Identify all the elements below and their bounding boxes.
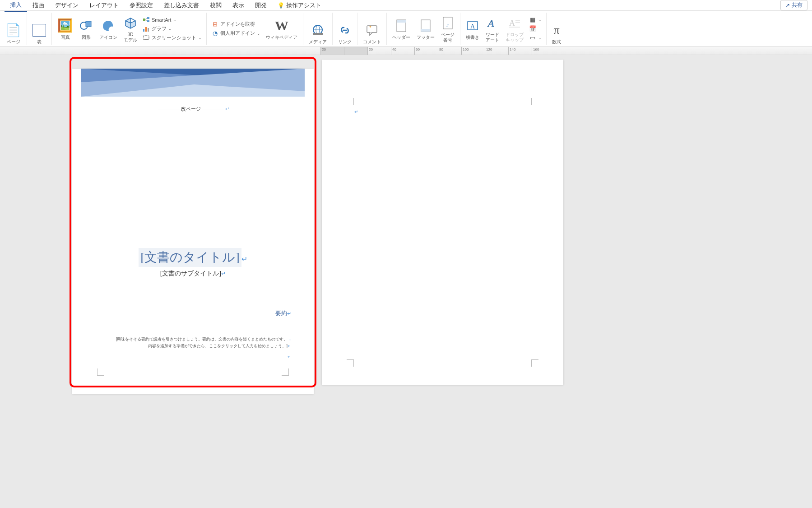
table-button[interactable]: 表: [31, 22, 48, 45]
svg-rect-9: [144, 39, 148, 40]
object-button[interactable]: ▭⌄: [528, 34, 543, 42]
paragraph-mark-icon: ↵: [288, 354, 291, 359]
cursor-position-icon: ↵: [354, 109, 358, 114]
tab-draw[interactable]: 描画: [27, 0, 50, 11]
page-break-label: 改ページ: [181, 106, 201, 112]
chevron-down-icon: ⌄: [168, 27, 172, 31]
tab-layout[interactable]: レイアウト: [84, 0, 124, 11]
page-number-button[interactable]: # ページ 番号: [439, 15, 456, 43]
chart-button[interactable]: グラフ ⌄: [142, 25, 203, 33]
paragraph-mark-icon: ↵: [241, 255, 247, 263]
chart-label: グラフ: [152, 25, 167, 32]
document-page-2[interactable]: ↵: [322, 60, 563, 385]
icons-button[interactable]: アイコン: [97, 18, 119, 40]
margin-guide-icon: [97, 368, 104, 376]
media-button[interactable]: メディア: [307, 22, 329, 45]
smartart-label: SmartArt: [152, 17, 171, 23]
wordart-icon: A: [486, 15, 499, 31]
svg-rect-4: [147, 20, 149, 22]
media-icon: [311, 22, 325, 38]
page-number-icon: #: [442, 15, 454, 31]
header-icon: [395, 18, 407, 34]
text-box-icon: A: [466, 18, 479, 34]
ribbon-toolbar: 📄 ページ 表 🖼️ 写真 図形 アイコ: [0, 11, 812, 47]
chevron-down-icon: ⌄: [198, 36, 202, 40]
margin-guide-icon: [347, 359, 354, 367]
share-button[interactable]: ↗ 共有: [780, 0, 807, 10]
pictures-button[interactable]: 🖼️ 写真: [56, 18, 75, 40]
cube-icon: [124, 15, 137, 31]
drop-cap-button[interactable]: A ドロップ キャップ: [504, 15, 525, 43]
group-pages: 📄 ページ: [0, 13, 27, 45]
margin-guide-icon: [531, 359, 538, 367]
wikipedia-button[interactable]: W ウィキペディア: [264, 18, 299, 40]
3d-models-button[interactable]: 3D モデル: [122, 15, 139, 43]
svg-text:A: A: [487, 18, 494, 29]
svg-rect-6: [145, 27, 147, 32]
get-addins-label: アドインを取得: [220, 21, 255, 28]
tab-review[interactable]: 校閲: [204, 0, 227, 11]
picture-icon: 🖼️: [57, 18, 73, 34]
comment-icon: ✦: [365, 22, 379, 38]
quick-parts-button[interactable]: ▦⌄: [528, 16, 543, 24]
group-table: 表: [27, 13, 52, 45]
paragraph-mark-icon: ↵: [288, 344, 291, 348]
horizontal-ruler[interactable]: 20 20 40 60 80 100 120 140 160: [0, 47, 812, 55]
paragraph-mark-icon: ↵: [287, 311, 291, 316]
document-subtitle-placeholder[interactable]: [文書のサブタイトル]↵: [72, 270, 314, 278]
link-button[interactable]: リンク: [336, 22, 353, 45]
footer-icon: [420, 18, 432, 34]
group-media: メディア: [303, 13, 333, 45]
screenshot-button[interactable]: スクリーンショット ⌄: [142, 34, 203, 42]
svg-rect-8: [144, 36, 149, 40]
lightbulb-icon: 💡: [278, 2, 284, 9]
cover-page-banner: [81, 69, 305, 97]
equation-button[interactable]: π 数式: [550, 22, 563, 45]
group-links: リンク: [333, 13, 357, 45]
document-title-placeholder[interactable]: [文書のタイトル]: [139, 248, 241, 267]
drop-cap-icon: A: [508, 15, 521, 31]
chart-icon: [143, 25, 150, 33]
my-addins-label: 個人用アドイン: [220, 30, 255, 37]
summary-placeholder[interactable]: [興味をそそる要約で読者を引きつけましょう。要約は、文書の内容を短くまとめたもの…: [95, 336, 291, 360]
sticker-icon: [102, 18, 115, 34]
footer-button[interactable]: フッター: [415, 18, 436, 40]
tab-tell-me[interactable]: 💡 操作アシスト: [272, 0, 327, 11]
text-box-button[interactable]: A 横書き: [464, 18, 481, 40]
group-addins: ⊞ アドインを取得 ◔ 個人用アドイン ⌄ W ウィキペディア: [207, 13, 303, 45]
chevron-down-icon: ⌄: [173, 18, 176, 22]
addin-icon: ◔: [211, 30, 218, 37]
tab-insert[interactable]: 挿入: [5, 0, 27, 12]
summary-heading[interactable]: 要約↵: [72, 309, 291, 317]
tab-view[interactable]: 表示: [227, 0, 250, 11]
get-addins-button[interactable]: ⊞ アドインを取得: [210, 20, 261, 28]
shapes-button[interactable]: 図形: [78, 18, 95, 40]
date-time-button[interactable]: 📅: [528, 25, 543, 33]
margin-guide-icon: [347, 98, 354, 105]
comment-button[interactable]: ✦ コメント: [361, 22, 383, 45]
tab-design[interactable]: デザイン: [50, 0, 84, 11]
svg-rect-13: [313, 33, 323, 35]
svg-rect-1: [86, 21, 91, 27]
group-symbols: π 数式: [547, 13, 566, 45]
wordart-button[interactable]: A ワード アート: [484, 15, 501, 43]
document-page-1[interactable]: 改ページ ↵ [文書のタイトル]↵ [文書のサブタイトル]↵ 要約↵ [興味をそ…: [72, 69, 314, 394]
group-illustrations: 🖼️ 写真 図形 アイコン 3D モデル: [52, 13, 207, 45]
tab-mailings[interactable]: 差し込み文書: [158, 0, 204, 11]
ribbon-tabs: 挿入 描画 デザイン レイアウト 参照設定 差し込み文書 校閲 表示 開発 💡 …: [0, 0, 812, 11]
wikipedia-icon: W: [275, 18, 288, 34]
smartart-button[interactable]: SmartArt ⌄: [142, 16, 203, 24]
line-break-icon: ↓: [289, 336, 291, 341]
svg-rect-3: [147, 17, 149, 19]
date-icon: 📅: [529, 25, 536, 33]
cover-page-button[interactable]: 📄 ページ: [4, 22, 23, 45]
chevron-down-icon: ⌄: [538, 18, 542, 22]
tab-developer[interactable]: 開発: [250, 0, 272, 11]
header-button[interactable]: ヘッダー: [390, 18, 412, 40]
my-addins-button[interactable]: ◔ 個人用アドイン ⌄: [210, 29, 261, 37]
group-comments: ✦ コメント: [357, 13, 387, 45]
svg-text:#: #: [446, 23, 449, 28]
screenshot-icon: [143, 34, 150, 42]
chevron-down-icon: ⌄: [538, 36, 542, 40]
tab-references[interactable]: 参照設定: [124, 0, 158, 11]
